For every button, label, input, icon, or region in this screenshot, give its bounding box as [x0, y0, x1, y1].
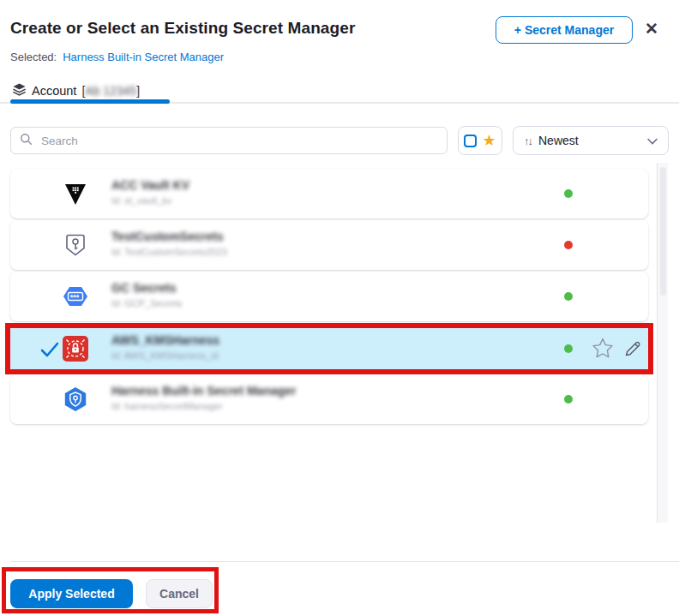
row-text: Harness Built-in Secret Manager Id: harn…	[111, 382, 297, 413]
row-text: ACC Vault KV Id: st_vault_kv	[111, 176, 189, 207]
selected-secret-manager-link[interactable]: Harness Built-in Secret Manager	[63, 51, 224, 63]
status-dot-connected	[564, 292, 573, 301]
tab-account-label: Account	[32, 84, 76, 98]
sort-dropdown[interactable]: ↑↓ Newest	[513, 126, 669, 155]
row-id: Id: harnessSecretManager	[111, 399, 223, 413]
sort-selected-value: Newest	[538, 134, 640, 147]
chevron-down-icon	[647, 133, 658, 148]
row-name: AWS_KMSHarness	[111, 332, 219, 349]
sort-arrows-icon: ↑↓	[524, 135, 532, 147]
status-dot-connected	[564, 344, 573, 353]
row-name: Harness Built-in Secret Manager	[111, 382, 297, 399]
hashicorp-vault-icon	[62, 180, 89, 207]
cancel-button[interactable]: Cancel	[146, 579, 213, 608]
custom-secret-manager-icon	[62, 231, 89, 259]
tab-account-count: [Ab 12345]	[81, 84, 140, 98]
row-name: GC Secrets	[111, 279, 176, 296]
footer-divider	[10, 561, 679, 562]
status-dot-connected	[564, 395, 573, 404]
harness-secret-manager-icon	[62, 386, 89, 413]
selected-check-icon	[39, 339, 60, 360]
status-dot-failed	[564, 241, 573, 249]
search-icon	[20, 133, 33, 149]
row-text: AWS_KMSHarness Id: AWS_KMSHarness_id	[111, 332, 219, 362]
row-text: TestCustomSecrets Id: TestCustomSecrets2…	[111, 228, 227, 259]
favorites-checkbox[interactable]	[464, 135, 477, 147]
secret-manager-row[interactable]: Harness Built-in Secret Manager Id: harn…	[10, 374, 648, 424]
new-secret-manager-button[interactable]: + Secret Manager	[496, 16, 633, 44]
search-box	[10, 127, 448, 154]
row-text: GC Secrets Id: GCP_Secrets	[111, 279, 183, 310]
secret-manager-row[interactable]: TestCustomSecrets Id: TestCustomSecrets2…	[10, 220, 648, 270]
close-icon[interactable]: ✕	[645, 21, 658, 37]
search-input[interactable]	[39, 134, 438, 148]
secret-manager-row-selected[interactable]: AWS_KMSHarness Id: AWS_KMSHarness_id	[10, 328, 648, 369]
favorites-filter[interactable]: ★	[458, 126, 502, 155]
tab-count-redacted: Ab 12345	[85, 84, 136, 98]
active-tab-underline	[10, 99, 170, 104]
apply-selected-button[interactable]: Apply Selected	[10, 579, 133, 608]
favorite-star-icon: ★	[482, 133, 496, 148]
secret-manager-dialog: Create or Select an Existing Secret Mana…	[0, 0, 679, 616]
aws-kms-icon	[62, 335, 89, 362]
status-dot-connected	[564, 189, 573, 198]
row-id: Id: AWS_KMSHarness_id	[111, 349, 219, 362]
favorite-star-outline-icon[interactable]	[590, 336, 616, 362]
tab-account[interactable]: Account [Ab 12345]	[12, 81, 140, 100]
layers-icon	[12, 82, 27, 100]
selected-summary: Selected:Harness Built-in Secret Manager	[10, 51, 224, 63]
edit-pencil-icon[interactable]	[622, 338, 643, 359]
row-id: Id: TestCustomSecrets2023	[111, 245, 227, 259]
list-scrollbar-thumb[interactable]	[660, 167, 666, 296]
svg-text:***: ***	[70, 293, 80, 302]
gcp-secret-manager-icon: ***	[62, 283, 89, 310]
row-id: Id: st_vault_kv	[111, 194, 171, 207]
selected-label: Selected:	[10, 51, 57, 63]
row-name: ACC Vault KV	[111, 176, 189, 194]
row-name: TestCustomSecrets	[111, 228, 223, 245]
row-id: Id: GCP_Secrets	[111, 296, 183, 310]
list-scrollbar[interactable]	[657, 163, 668, 523]
secret-manager-row[interactable]: *** GC Secrets Id: GCP_Secrets	[10, 272, 648, 321]
page-title: Create or Select an Existing Secret Mana…	[10, 19, 355, 38]
secret-manager-row[interactable]: ACC Vault KV Id: st_vault_kv	[10, 169, 648, 218]
